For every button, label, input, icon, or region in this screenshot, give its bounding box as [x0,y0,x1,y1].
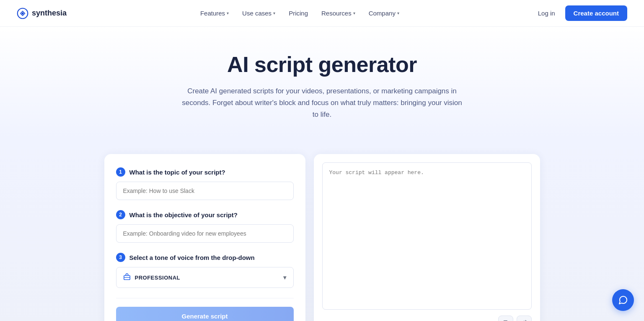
chevron-down-icon: ▾ [397,11,399,15]
step1-number: 1 [116,167,125,177]
synthesia-logo-icon [17,8,28,19]
regenerate-button[interactable] [517,316,532,321]
tone-value: PROFESSIONAL [135,275,181,281]
suitcase-icon [123,273,131,282]
step1-label: 1 What is the topic of your script? [116,167,294,177]
nav-link-use-cases[interactable]: Use cases ▾ [236,6,281,20]
nav-link-resources[interactable]: Resources ▾ [316,6,361,20]
objective-input[interactable] [116,224,294,243]
generate-button[interactable]: Generate script [116,307,294,321]
hero-title: AI script generator [8,52,636,77]
main-content: 1 What is the topic of your script? 2 Wh… [0,137,644,321]
form-step-1: 1 What is the topic of your script? [116,167,294,200]
step2-number: 2 [116,210,125,219]
svg-point-0 [21,12,23,14]
tone-dropdown[interactable]: PROFESSIONAL ▾ [116,267,294,288]
tool-container: 1 What is the topic of your script? 2 Wh… [104,154,540,321]
step3-number: 3 [116,253,125,262]
form-step-3: 3 Select a tone of voice from the drop-d… [116,253,294,288]
nav-actions: Log in Create account [533,5,627,21]
navbar: synthesia Features ▾ Use cases ▾ Pricing… [0,0,644,27]
topic-input[interactable] [116,182,294,200]
output-panel [314,154,540,321]
step3-title: Select a tone of voice from the drop-dow… [129,254,255,261]
nav-links: Features ▾ Use cases ▾ Pricing Resources… [194,6,405,20]
chat-icon [618,295,628,305]
copy-button[interactable] [498,316,513,321]
step2-title: What is the objective of your script? [129,211,238,218]
nav-item-features[interactable]: Features ▾ [194,6,235,20]
step3-label: 3 Select a tone of voice from the drop-d… [116,253,294,262]
nav-item-resources[interactable]: Resources ▾ [316,6,361,20]
hero-section: AI script generator Create AI generated … [0,27,644,137]
step2-label: 2 What is the objective of your script? [116,210,294,219]
chevron-down-icon: ▾ [227,11,229,15]
hero-description: Create AI generated scripts for your vid… [180,85,465,121]
nav-link-company[interactable]: Company ▾ [363,6,405,20]
logo-text: synthesia [32,9,67,18]
nav-link-features[interactable]: Features ▾ [194,6,235,20]
nav-item-use-cases[interactable]: Use cases ▾ [236,6,281,20]
nav-link-pricing[interactable]: Pricing [283,6,314,20]
chevron-down-icon: ▾ [353,11,355,15]
form-divider [116,298,294,298]
chevron-down-icon: ▾ [273,11,275,15]
chat-bubble-button[interactable] [612,289,634,311]
create-account-button[interactable]: Create account [565,5,627,21]
nav-item-pricing[interactable]: Pricing [283,6,314,20]
nav-item-company[interactable]: Company ▾ [363,6,405,20]
step1-title: What is the topic of your script? [129,169,225,176]
output-actions [498,316,532,321]
form-panel: 1 What is the topic of your script? 2 Wh… [104,154,305,321]
logo-link[interactable]: synthesia [17,8,67,19]
login-button[interactable]: Log in [533,6,560,20]
script-output-textarea[interactable] [322,162,532,310]
generate-button-wrap: Generate script [116,307,294,321]
form-step-2: 2 What is the objective of your script? [116,210,294,243]
dropdown-chevron-icon: ▾ [283,274,287,281]
